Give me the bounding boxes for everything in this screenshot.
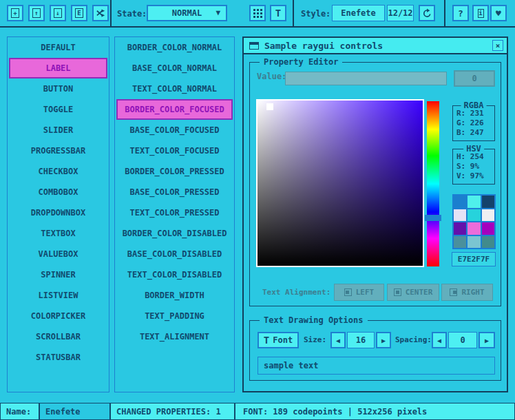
color-swatch[interactable] bbox=[467, 222, 480, 235]
random-style-button[interactable] bbox=[92, 5, 109, 21]
file-save-icon: ↓ bbox=[54, 8, 62, 18]
export-style-button[interactable]: E bbox=[71, 5, 87, 21]
save-style-button[interactable]: ↓ bbox=[50, 5, 66, 21]
list-item-button[interactable]: BUTTON bbox=[9, 78, 107, 99]
prop-item[interactable]: TEXT_COLOR_DISABLED bbox=[116, 264, 233, 285]
spacing-decrease-button[interactable]: ◀ bbox=[432, 332, 447, 348]
hex-value-textbox[interactable]: E7E2F7F bbox=[452, 252, 496, 266]
color-swatch[interactable] bbox=[482, 222, 494, 235]
about-button[interactable]: i bbox=[472, 5, 489, 21]
sample-text-input[interactable]: sample text bbox=[258, 357, 495, 375]
hsv-s-value: S: 9% bbox=[456, 162, 494, 171]
size-increase-button[interactable]: ▶ bbox=[376, 332, 391, 348]
sponsor-button[interactable]: ♥ bbox=[490, 5, 507, 21]
align-right-button: RIGHT bbox=[441, 284, 493, 301]
prop-item[interactable]: BASE_COLOR_FOCUSED bbox=[116, 120, 233, 140]
reload-style-button[interactable] bbox=[419, 5, 435, 21]
shuffle-icon bbox=[96, 8, 106, 19]
color-saturation-panel[interactable] bbox=[256, 99, 424, 267]
list-item-listview[interactable]: LISTVIEW bbox=[9, 285, 107, 306]
prop-item[interactable]: BASE_COLOR_PRESSED bbox=[116, 182, 233, 202]
status-changed-properties: CHANGED PROPERTIES: 1 bbox=[110, 403, 235, 420]
list-item-progressbar[interactable]: PROGRESSBAR bbox=[9, 140, 107, 161]
window-icon bbox=[249, 42, 259, 50]
text-drawing-options-title: Text Drawing Options bbox=[260, 315, 368, 325]
list-item-default[interactable]: DEFAULT bbox=[9, 37, 107, 58]
color-swatch[interactable] bbox=[454, 209, 466, 222]
font-options-button[interactable]: T bbox=[270, 5, 286, 21]
help-button[interactable]: ? bbox=[452, 5, 469, 21]
controls-table-button[interactable] bbox=[249, 5, 266, 21]
align-left-button: LEFT bbox=[334, 284, 384, 301]
color-swatch[interactable] bbox=[467, 236, 480, 249]
size-decrease-button[interactable]: ◀ bbox=[330, 332, 346, 348]
style-count-box[interactable]: 12/12 bbox=[387, 5, 414, 21]
style-label: Style: bbox=[301, 9, 330, 19]
color-swatch[interactable] bbox=[482, 196, 494, 208]
size-value-box[interactable]: 16 bbox=[347, 332, 375, 348]
close-button[interactable]: × bbox=[492, 40, 503, 51]
align-center-icon bbox=[394, 288, 401, 296]
sample-text-value: sample text bbox=[264, 361, 318, 370]
prop-item[interactable]: BORDER_COLOR_PRESSED bbox=[116, 161, 233, 182]
prop-item-selected[interactable]: BORDER_COLOR_FOCUSED bbox=[116, 99, 233, 120]
list-item-scrollbar[interactable]: SCROLLBAR bbox=[9, 326, 107, 347]
toolbar-divider bbox=[110, 0, 112, 26]
arrow-left-icon: ◀ bbox=[336, 337, 340, 344]
list-item-combobox[interactable]: COMBOBOX bbox=[9, 182, 107, 202]
text-drawing-options-group: Text Drawing Options T Font Size: ◀ 16 ▶… bbox=[249, 320, 501, 381]
font-button[interactable]: T Font bbox=[258, 332, 299, 348]
size-label: Size: bbox=[304, 335, 326, 344]
load-style-button[interactable]: ↑ bbox=[28, 5, 45, 21]
property-editor-group: Property Editor Value: 0 RGBA R: 231 G: … bbox=[249, 62, 501, 306]
help-icon: ? bbox=[458, 8, 463, 19]
spacing-value-box[interactable]: 0 bbox=[448, 332, 477, 348]
prop-item[interactable]: TEXT_ALIGNMENT bbox=[116, 326, 233, 347]
list-item-spinner[interactable]: SPINNER bbox=[9, 264, 107, 285]
color-swatch[interactable] bbox=[482, 236, 494, 249]
list-item-colorpicker[interactable]: COLORPICKER bbox=[9, 306, 107, 326]
prop-item[interactable]: BASE_COLOR_DISABLED bbox=[116, 244, 233, 264]
list-item-checkbox[interactable]: CHECKBOX bbox=[9, 161, 107, 182]
status-font-info: FONT: 189 codepoints | 512x256 pixels bbox=[235, 403, 515, 420]
list-item-toggle[interactable]: TOGGLE bbox=[9, 99, 107, 120]
color-swatch[interactable] bbox=[454, 222, 466, 235]
color-swatch[interactable] bbox=[467, 209, 480, 222]
align-right-icon bbox=[450, 288, 457, 296]
prop-item[interactable]: BORDER_WIDTH bbox=[116, 285, 233, 306]
arrow-left-icon: ◀ bbox=[437, 337, 441, 344]
list-item-textbox[interactable]: TEXTBOX bbox=[9, 223, 107, 244]
color-swatch[interactable] bbox=[482, 209, 494, 222]
list-item-dropdownbox[interactable]: DROPDOWNBOX bbox=[9, 202, 107, 223]
list-item-label-selected[interactable]: LABEL bbox=[9, 58, 107, 78]
arrow-right-icon: ▶ bbox=[381, 337, 386, 344]
list-item-slider[interactable]: SLIDER bbox=[9, 120, 107, 140]
list-item-statusbar[interactable]: STATUSBAR bbox=[9, 347, 107, 368]
heart-icon: ♥ bbox=[496, 8, 501, 19]
prop-item[interactable]: BASE_COLOR_NORMAL bbox=[116, 58, 233, 78]
style-name-box[interactable]: Enefete bbox=[332, 5, 385, 21]
list-item-valuebox[interactable]: VALUEBOX bbox=[9, 244, 107, 264]
new-style-button[interactable]: + bbox=[7, 5, 23, 21]
prop-item[interactable]: TEXT_COLOR_NORMAL bbox=[116, 78, 233, 99]
state-dropdown[interactable]: NORMAL ▼ bbox=[147, 5, 227, 21]
window-titlebar[interactable]: Sample raygui controls × bbox=[244, 38, 507, 54]
hue-handle[interactable] bbox=[425, 215, 441, 221]
file-export-icon: E bbox=[75, 8, 83, 18]
prop-item[interactable]: TEXT_COLOR_FOCUSED bbox=[116, 140, 233, 161]
controls-listview: DEFAULT LABEL BUTTON TOGGLE SLIDER PROGR… bbox=[7, 36, 109, 392]
spacing-increase-button[interactable]: ▶ bbox=[479, 332, 495, 348]
arrow-right-icon: ▶ bbox=[485, 337, 489, 344]
prop-item[interactable]: BORDER_COLOR_NORMAL bbox=[116, 37, 233, 58]
color-cursor bbox=[266, 103, 273, 110]
color-swatch[interactable] bbox=[454, 236, 466, 249]
window-title: Sample raygui controls bbox=[264, 41, 383, 51]
prop-item[interactable]: BORDER_COLOR_DISABLED bbox=[116, 223, 233, 244]
prop-item[interactable]: TEXT_PADDING bbox=[116, 306, 233, 326]
color-swatch[interactable] bbox=[467, 196, 480, 208]
hue-bar[interactable] bbox=[427, 101, 439, 266]
text-icon: T bbox=[275, 8, 281, 19]
sample-controls-window: Sample raygui controls × Property Editor… bbox=[242, 36, 508, 392]
prop-item[interactable]: TEXT_COLOR_PRESSED bbox=[116, 202, 233, 223]
color-swatch[interactable] bbox=[454, 196, 466, 208]
